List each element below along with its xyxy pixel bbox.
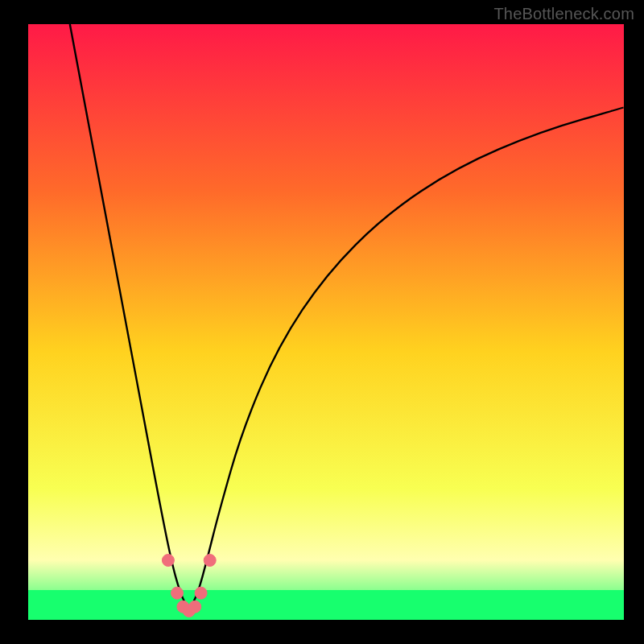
marker-point <box>189 601 201 613</box>
watermark-text: TheBottleneck.com <box>493 5 634 23</box>
marker-point <box>171 587 184 599</box>
plot-area <box>28 24 624 620</box>
marker-point <box>204 555 216 567</box>
chart-frame: TheBottleneck.com <box>0 0 644 644</box>
marker-point <box>195 587 207 599</box>
highlight-markers <box>28 24 624 620</box>
marker-point <box>162 555 174 567</box>
